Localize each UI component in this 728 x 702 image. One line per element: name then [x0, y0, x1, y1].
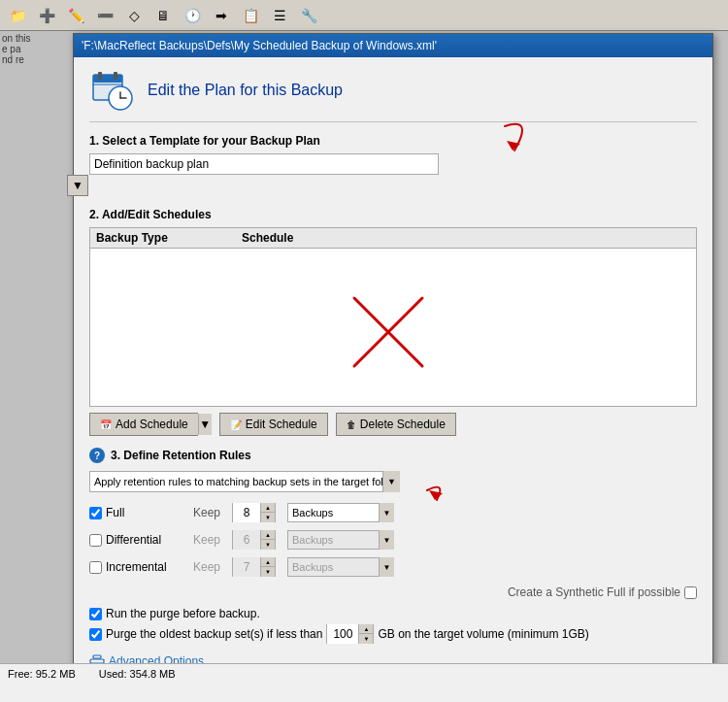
- section1-label: 1. Select a Template for your Backup Pla…: [89, 134, 697, 148]
- bottom-checks: Run the purge before backup. Purge the o…: [89, 607, 697, 644]
- differential-keep-label: Keep: [193, 533, 232, 547]
- incremental-type-select[interactable]: Backups: [287, 557, 394, 577]
- differential-spinner-buttons: ▲ ▼: [260, 530, 275, 550]
- dialog-title: 'F:\MacReflect Backups\Defs\My Scheduled…: [82, 39, 437, 52]
- toolbar-btn-arrow[interactable]: ➡: [208, 3, 235, 28]
- full-spinner: ▲ ▼: [232, 503, 276, 522]
- purge-spinner-down[interactable]: ▼: [359, 634, 373, 644]
- free-label: Free:: [8, 668, 33, 680]
- add-schedule-btn-group: 📅 Add Schedule ▼: [89, 413, 212, 436]
- dialog-content: Edit the Plan for this Backup 1. Select …: [74, 57, 712, 686]
- schedule-table: Backup Type Schedule: [89, 227, 697, 407]
- toolbar-btn-settings[interactable]: 🔧: [295, 3, 322, 28]
- incremental-spinner-up[interactable]: ▲: [261, 557, 275, 567]
- left-panel-text: on this e pa nd re: [2, 33, 70, 65]
- retention-header: ? 3. Define Retention Rules: [89, 448, 697, 463]
- add-schedule-dropdown-arrow[interactable]: ▼: [198, 414, 212, 435]
- toolbar-btn-edit[interactable]: ✏️: [62, 3, 89, 28]
- delete-schedule-button[interactable]: 🗑 Delete Schedule: [336, 413, 456, 436]
- used-value: 354.8 MB: [130, 668, 176, 680]
- synthetic-label: Create a Synthetic Full if possible: [508, 585, 680, 599]
- purge-spinner-buttons: ▲ ▼: [358, 624, 373, 644]
- retention-rows: Full Keep ▲ ▼ Backups ▼: [89, 500, 697, 580]
- retention-rule-select[interactable]: Apply retention rules to matching backup…: [89, 471, 400, 492]
- differential-spinner-up[interactable]: ▲: [261, 530, 275, 540]
- schedule-section: 2. Add/Edit Schedules Backup Type Schedu…: [89, 208, 697, 436]
- synthetic-checkbox[interactable]: [684, 586, 697, 599]
- toolbar-btn-clock[interactable]: 🕐: [179, 3, 206, 28]
- svg-rect-11: [93, 655, 101, 658]
- differential-spinner-down[interactable]: ▼: [261, 540, 275, 550]
- toolbar-btn-diamond[interactable]: ◇: [120, 3, 148, 28]
- toolbar: 📁 ➕ ✏️ ➖ ◇ 🖥 🕐 ➡ 📋 ☰ 🔧: [0, 0, 728, 31]
- differential-label: Differential: [106, 533, 193, 547]
- full-checkbox[interactable]: [89, 507, 102, 519]
- svg-rect-1: [93, 75, 122, 83]
- help-icon[interactable]: ?: [89, 448, 105, 463]
- differential-checkbox[interactable]: [89, 534, 102, 547]
- toolbar-btn-monitor[interactable]: 🖥: [149, 3, 177, 28]
- dialog-header: Edit the Plan for this Backup: [89, 67, 697, 122]
- schedule-buttons: 📅 Add Schedule ▼ 📝 Edit Schedule 🗑 Delet…: [89, 413, 697, 436]
- purge-spinner-up[interactable]: ▲: [359, 624, 373, 634]
- retention-dropdown-row: Apply retention rules to matching backup…: [89, 471, 697, 492]
- free-value: 95.2 MB: [36, 668, 76, 680]
- template-select[interactable]: Definition backup plan Full backup plan …: [89, 153, 439, 175]
- dialog-window: 'F:\MacReflect Backups\Defs\My Scheduled…: [73, 33, 713, 702]
- dialog-titlebar: 'F:\MacReflect Backups\Defs\My Scheduled…: [74, 34, 712, 57]
- retention-section: ? 3. Define Retention Rules Apply retent…: [89, 448, 697, 644]
- full-spinner-up[interactable]: ▲: [261, 503, 275, 513]
- retention-row-full: Full Keep ▲ ▼ Backups ▼: [89, 500, 697, 525]
- incremental-spinner-input[interactable]: [233, 557, 260, 577]
- differential-spinner-input[interactable]: [233, 530, 260, 550]
- toolbar-btn-list[interactable]: 📋: [237, 3, 264, 28]
- purge-oldest-row: Purge the oldest backup set(s) if less t…: [89, 624, 697, 644]
- section2-label: 2. Add/Edit Schedules: [89, 208, 697, 221]
- dialog-header-title: Edit the Plan for this Backup: [148, 82, 343, 99]
- full-spinner-input[interactable]: [233, 503, 260, 522]
- toolbar-btn-add[interactable]: ➕: [33, 3, 60, 28]
- full-spinner-down[interactable]: ▼: [261, 513, 275, 522]
- edit-schedule-button[interactable]: 📝 Edit Schedule: [219, 413, 328, 436]
- full-type-select[interactable]: Backups: [287, 503, 394, 522]
- incremental-keep-label: Keep: [193, 560, 232, 574]
- purge-oldest-label: Purge the oldest backup set(s) if less t…: [106, 627, 322, 641]
- purge-spinner: ▲ ▼: [326, 624, 374, 644]
- retention-row-differential: Differential Keep ▲ ▼ Backups ▼: [89, 527, 697, 552]
- toolbar-btn-open[interactable]: 📁: [4, 3, 31, 28]
- purge-suffix-label: GB on the target volume (minimum 1GB): [378, 627, 588, 641]
- full-label: Full: [106, 506, 193, 519]
- template-dropdown-row: Definition backup plan Full backup plan …: [89, 153, 697, 196]
- schedule-col1-header: Backup Type: [96, 231, 242, 245]
- purge-value-input[interactable]: [327, 624, 358, 644]
- full-keep-label: Keep: [193, 506, 232, 519]
- status-bar: Free: 95.2 MB Used: 354.8 MB: [0, 663, 728, 702]
- svg-rect-3: [114, 72, 117, 80]
- incremental-spinner: ▲ ▼: [232, 557, 276, 577]
- run-purge-label: Run the purge before backup.: [106, 607, 260, 620]
- retention-row-incremental: Incremental Keep ▲ ▼ Backups ▼: [89, 554, 697, 580]
- full-spinner-buttons: ▲ ▼: [260, 503, 275, 522]
- differential-spinner: ▲ ▼: [232, 530, 276, 550]
- svg-rect-2: [98, 72, 102, 80]
- free-status: Free: 95.2 MB: [8, 668, 76, 680]
- used-status: Used: 354.8 MB: [99, 668, 176, 680]
- purge-oldest-checkbox[interactable]: [89, 628, 102, 641]
- run-purge-checkbox[interactable]: [89, 608, 102, 620]
- toolbar-btn-remove[interactable]: ➖: [91, 3, 118, 28]
- used-label: Used:: [99, 668, 127, 680]
- toolbar-btn-menu[interactable]: ☰: [266, 3, 293, 28]
- differential-type-select[interactable]: Backups: [287, 530, 394, 550]
- incremental-spinner-down[interactable]: ▼: [261, 567, 275, 577]
- add-schedule-button[interactable]: 📅 Add Schedule: [89, 413, 198, 436]
- red-x-area: [90, 257, 696, 406]
- incremental-label: Incremental: [106, 560, 193, 574]
- schedule-table-header: Backup Type Schedule: [90, 228, 696, 249]
- retention-dropdown: Apply retention rules to matching backup…: [89, 471, 697, 492]
- section3-label: 3. Define Retention Rules: [111, 449, 251, 462]
- incremental-checkbox[interactable]: [89, 561, 102, 574]
- header-icon: [89, 67, 136, 114]
- template-dropdown-arrow: ▼: [67, 175, 88, 196]
- run-purge-row: Run the purge before backup.: [89, 607, 697, 620]
- template-section: 1. Select a Template for your Backup Pla…: [89, 134, 697, 196]
